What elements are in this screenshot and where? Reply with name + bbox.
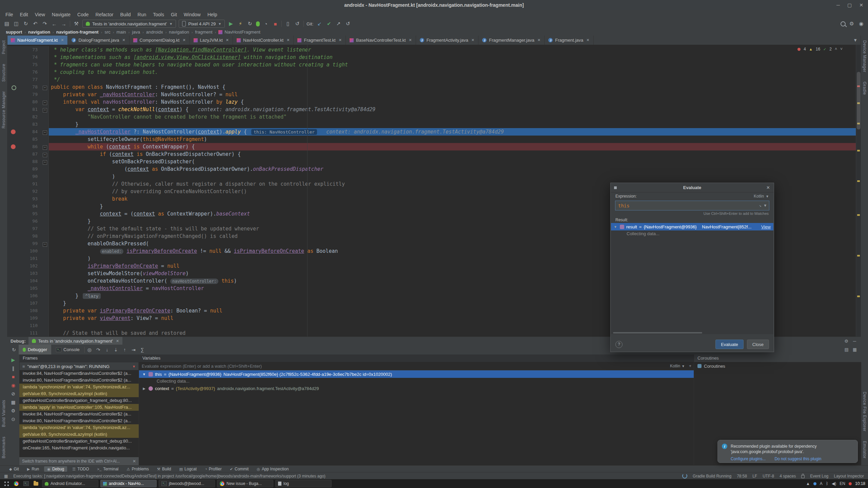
editor-tab[interactable]: FragmentTest.kt✕: [294, 36, 346, 45]
fold-gutter[interactable]: −: [41, 143, 49, 150]
gutter-breakpoint-area[interactable]: [7, 121, 20, 128]
app-menu-icon[interactable]: [3, 480, 10, 487]
gutter-breakpoint-area[interactable]: [7, 300, 20, 307]
close-button[interactable]: Close: [747, 340, 769, 349]
editor-tab[interactable]: NavHostFragment.kt✕: [7, 36, 68, 45]
notifications-bell-icon[interactable]: ◉: [858, 21, 865, 27]
thread-selector[interactable]: ≡ "main"@9,213 in group "main": RUNNING …: [19, 362, 139, 371]
gutter-breakpoint-area[interactable]: [7, 128, 20, 136]
fold-gutter[interactable]: [41, 300, 49, 307]
profile-button[interactable]: ◔: [262, 21, 269, 27]
gutter-breakpoint-area[interactable]: [7, 262, 20, 270]
coroutines-root-node[interactable]: Coroutines: [694, 362, 861, 370]
fold-icon[interactable]: −: [43, 153, 47, 157]
editor-tab[interactable]: BaseNavControllerTest.kt✕: [346, 36, 416, 45]
keyboard-layout-icon[interactable]: A: [820, 481, 823, 486]
fold-gutter[interactable]: [41, 285, 49, 292]
run-configuration-select[interactable]: Tests in 'androidx.navigation.fragment' …: [82, 20, 176, 28]
evaluate-dialog-titlebar[interactable]: Evaluate ✕: [611, 183, 774, 192]
step-into-icon[interactable]: ↓: [103, 347, 111, 352]
gradle-progress-label[interactable]: Gradle Build Running: [693, 474, 731, 479]
menu-tools[interactable]: Tools: [150, 12, 167, 17]
tool-strip-device-file-explorer[interactable]: Device File Explorer: [862, 392, 867, 431]
breadcrumb-item[interactable]: navigation: [168, 29, 190, 35]
toolwindow-button-run[interactable]: ▶Run: [24, 466, 42, 472]
frame-row[interactable]: invoke:80, NavHostFragment$navHostContro…: [19, 418, 139, 424]
run-to-cursor-icon[interactable]: ⇥: [130, 347, 138, 352]
expand-node-icon[interactable]: ▼: [142, 372, 146, 376]
chrome-icon[interactable]: [13, 480, 20, 487]
chevron-down-icon[interactable]: ▼: [682, 364, 685, 368]
evaluate-button[interactable]: Evaluate: [715, 340, 744, 349]
breadcrumb-item[interactable]: androidx: [145, 29, 164, 35]
fold-gutter[interactable]: −: [41, 158, 49, 165]
menu-navigate[interactable]: Navigate: [48, 12, 74, 17]
fold-gutter[interactable]: [41, 76, 49, 83]
volume-icon[interactable]: ◀): [832, 481, 836, 486]
fold-gutter[interactable]: [41, 292, 49, 300]
fold-gutter[interactable]: [41, 165, 49, 173]
gutter-breakpoint-area[interactable]: [7, 218, 20, 225]
fold-gutter[interactable]: [41, 61, 49, 68]
close-tab-icon[interactable]: ✕: [226, 38, 229, 42]
file-encoding[interactable]: UTF-8: [763, 474, 774, 479]
horizontal-scrollbar[interactable]: [613, 332, 702, 333]
expand-editor-icon[interactable]: ↘: [759, 203, 762, 208]
close-tab-icon[interactable]: ✕: [586, 38, 589, 42]
gutter-breakpoint-area[interactable]: [7, 46, 20, 54]
fold-gutter[interactable]: −: [41, 106, 49, 113]
recording-tray-icon[interactable]: [849, 482, 852, 485]
breadcrumb-item[interactable]: support: [5, 29, 23, 35]
fold-gutter[interactable]: [41, 307, 49, 314]
gutter-breakpoint-area[interactable]: [7, 314, 20, 322]
menu-file[interactable]: File: [2, 12, 17, 17]
line-ending[interactable]: LF: [752, 474, 757, 479]
help-button[interactable]: ?: [615, 341, 623, 348]
fold-gutter[interactable]: [41, 329, 49, 337]
tool-strip-build-variants[interactable]: Build Variants: [1, 400, 6, 427]
fold-gutter[interactable]: [41, 136, 49, 143]
messenger-tray-icon[interactable]: [813, 482, 816, 485]
tool-strip-project[interactable]: Project: [1, 40, 6, 54]
gutter-breakpoint-area[interactable]: [7, 210, 20, 218]
gutter-breakpoint-area[interactable]: [7, 143, 20, 150]
rerun-icon[interactable]: ↻: [10, 347, 18, 352]
fold-gutter[interactable]: [41, 91, 49, 98]
next-issue-icon[interactable]: ˅: [840, 47, 843, 52]
menu-help[interactable]: Help: [204, 12, 221, 17]
fold-gutter[interactable]: [41, 46, 49, 54]
breakpoint-icon[interactable]: [11, 129, 16, 134]
gutter-breakpoint-area[interactable]: [7, 255, 20, 262]
fold-gutter[interactable]: [41, 225, 49, 232]
status-message[interactable]: Executing tasks: [:navigation:navigation…: [13, 474, 677, 479]
fold-gutter[interactable]: [41, 322, 49, 329]
settings-gear-icon[interactable]: ⚙: [848, 21, 855, 27]
dismiss-suggestion-link[interactable]: Do not suggest this plugin: [774, 456, 821, 462]
git-push-icon[interactable]: ↗: [335, 21, 342, 27]
gutter-breakpoint-area[interactable]: [7, 68, 20, 76]
menu-window[interactable]: Window: [180, 12, 204, 17]
close-dialog-icon[interactable]: ✕: [766, 185, 770, 190]
fold-gutter[interactable]: −: [41, 98, 49, 106]
frame-row[interactable]: lambda 'synchronized' in 'value':74, Syn…: [19, 424, 139, 431]
toolwindow-button-todo[interactable]: ☰TODO: [69, 466, 92, 472]
indent-size[interactable]: 4 spaces: [780, 474, 796, 479]
fold-gutter[interactable]: [41, 270, 49, 277]
git-update-icon[interactable]: ↙: [316, 21, 323, 27]
fold-gutter[interactable]: [41, 121, 49, 128]
fold-gutter[interactable]: [41, 277, 49, 285]
variable-row[interactable]: ▶context = {TestActivity@9937}androidx.n…: [139, 385, 694, 392]
menu-code[interactable]: Code: [74, 12, 92, 17]
show-execution-point-icon[interactable]: ◎: [85, 347, 94, 352]
result-row[interactable]: ▼ result = {NavHostFragment@9936} NavHos…: [611, 223, 773, 230]
view-breakpoints-icon[interactable]: ◉: [11, 383, 15, 388]
gutter-breakpoint-area[interactable]: [7, 76, 20, 83]
toolwindow-switcher-icon[interactable]: ▦: [4, 474, 8, 479]
close-tab-icon[interactable]: ✕: [471, 38, 474, 42]
gutter-breakpoint-area[interactable]: [7, 232, 20, 240]
editor-tab[interactable]: LazyJVM.kt✕: [190, 36, 233, 45]
run-button[interactable]: ▶: [228, 21, 234, 27]
fold-icon[interactable]: −: [43, 101, 47, 105]
expression-language-select[interactable]: Kotlin ▼: [754, 194, 769, 199]
fold-gutter[interactable]: −: [41, 83, 49, 91]
